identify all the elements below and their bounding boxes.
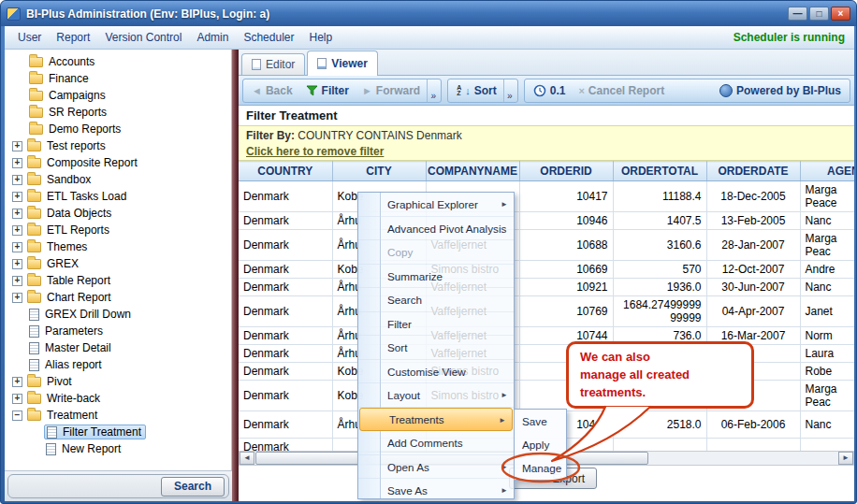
menu-item-customise-view[interactable]: Customise View	[358, 360, 514, 384]
sidebar-item-data-objects[interactable]: +Data Objects	[5, 205, 231, 222]
table-cell[interactable]: Marga Peac	[800, 381, 854, 411]
sidebar-item-demo-reports[interactable]: Demo Reports	[5, 121, 231, 137]
sidebar-item-alias-report[interactable]: Alias report	[5, 356, 231, 373]
search-button[interactable]: Search	[161, 477, 225, 497]
filter-button[interactable]: Filter	[299, 82, 356, 99]
table-cell[interactable]: 1407.5	[613, 212, 706, 230]
sidebar-item-pivot[interactable]: +Pivot	[5, 373, 231, 390]
expand-icon[interactable]: +	[12, 175, 22, 185]
menu-user[interactable]: User	[10, 28, 49, 47]
table-cell[interactable]: Denmark	[239, 230, 332, 261]
table-cell[interactable]: 3160.6	[613, 230, 706, 261]
table-cell[interactable]: 10669	[519, 261, 613, 279]
tab-editor[interactable]: Editor	[241, 53, 305, 75]
table-cell[interactable]: 1684.2749999999999	[613, 296, 706, 327]
table-cell[interactable]: 12-Oct-2007	[706, 261, 800, 279]
sidebar-item-new-report[interactable]: New Report	[5, 440, 231, 457]
collapse-icon[interactable]: −	[12, 410, 22, 421]
sidebar-item-parameters[interactable]: Parameters	[5, 323, 231, 339]
table-cell[interactable]: 06-Feb-2006	[706, 411, 800, 439]
table-cell[interactable]: 11188.4	[613, 181, 706, 212]
sidebar-item-grex[interactable]: +GREX	[5, 255, 231, 272]
expand-icon[interactable]: +	[12, 141, 22, 151]
sidebar-item-campaigns[interactable]: Campaigns	[5, 87, 231, 104]
table-cell[interactable]	[613, 439, 706, 452]
submenu-item-apply[interactable]: Apply	[515, 433, 566, 456]
table-cell[interactable]: Nanc	[800, 411, 854, 439]
table-cell[interactable]: Norm	[800, 327, 854, 345]
table-cell[interactable]: 04-Apr-2007	[706, 296, 800, 327]
expand-icon[interactable]: +	[12, 377, 22, 387]
remove-filter-link[interactable]: Click here to remove filter	[246, 144, 384, 160]
column-header-orderid[interactable]: ORDERID	[519, 162, 613, 181]
menu-report[interactable]: Report	[49, 28, 97, 47]
table-cell[interactable]: Denmark	[239, 212, 332, 230]
table-cell[interactable]: Laura	[800, 345, 854, 363]
maximize-button[interactable]: □	[809, 7, 829, 21]
expand-icon[interactable]: +	[12, 209, 22, 219]
column-header-city[interactable]: CITY	[332, 162, 426, 181]
menu-item-layout[interactable]: Layout►	[358, 383, 514, 408]
menu-item-search[interactable]: Search	[358, 288, 514, 312]
toolbar-overflow-chevron[interactable]: »	[427, 79, 439, 102]
column-header-ordertotal[interactable]: ORDERTOTAL	[613, 162, 706, 181]
sidebar-item-etl-reports[interactable]: +ETL Reports	[5, 222, 231, 238]
minimize-button[interactable]: —	[788, 7, 807, 21]
close-button[interactable]: ×	[831, 7, 850, 21]
table-cell[interactable]: Denmark	[239, 279, 332, 296]
sidebar-item-filter-treatment[interactable]: Filter Treatment	[5, 424, 231, 440]
expand-icon[interactable]: +	[12, 242, 22, 252]
table-cell[interactable]: Denmark	[239, 411, 332, 439]
sidebar-item-themes[interactable]: +Themes	[5, 238, 231, 255]
table-cell[interactable]: 10769	[519, 296, 613, 327]
table-cell[interactable]: 2518.0	[613, 411, 706, 439]
scroll-right-button[interactable]: ►	[838, 452, 853, 465]
menu-item-summarize[interactable]: Summarize	[358, 265, 514, 289]
sidebar-item-chart-report[interactable]: +Chart Report	[5, 289, 231, 306]
table-cell[interactable]: Marga Peace	[800, 181, 854, 212]
table-cell[interactable]: Denmark	[239, 296, 332, 327]
table-cell[interactable]: Denmark	[239, 381, 332, 411]
toolbar-overflow-chevron[interactable]: »	[503, 79, 516, 102]
expand-icon[interactable]: +	[12, 158, 22, 168]
expand-icon[interactable]: +	[12, 225, 22, 236]
scroll-left-button[interactable]: ◄	[240, 452, 254, 465]
sidebar-item-grex-drill-down[interactable]: GREX Drill Down	[5, 306, 231, 323]
sort-button[interactable]: AZ↓Sort	[450, 82, 503, 99]
sidebar-item-treatment[interactable]: −Treatment	[5, 407, 231, 424]
table-cell[interactable]: Andre	[800, 261, 854, 279]
table-cell[interactable]: Denmark	[239, 439, 332, 452]
menu-version-control[interactable]: Version Control	[97, 28, 189, 47]
submenu-item-manage[interactable]: Manage	[515, 456, 566, 480]
table-cell[interactable]: 30-Jun-2007	[706, 279, 800, 296]
table-cell[interactable]: 28-Jan-2007	[706, 230, 800, 261]
submenu-item-save[interactable]: Save	[515, 410, 566, 433]
table-cell[interactable]: Robe	[800, 363, 854, 381]
table-cell[interactable]: Nanc	[800, 212, 854, 230]
column-header-orderdate[interactable]: ORDERDATE	[706, 162, 800, 181]
column-header-companyname[interactable]: COMPANYNAME	[426, 162, 519, 181]
menu-item-advanced-pivot-analysis[interactable]: Advanced Pivot Analysis	[358, 217, 514, 241]
sidebar-item-composite-report[interactable]: +Composite Report	[5, 154, 231, 171]
table-cell[interactable]: 570	[613, 261, 706, 279]
menu-help[interactable]: Help	[301, 28, 340, 47]
sidebar-item-finance[interactable]: Finance	[5, 70, 231, 87]
table-cell[interactable]: Janet	[800, 296, 854, 327]
sidebar-item-sandbox[interactable]: +Sandbox	[5, 171, 231, 188]
table-cell[interactable]	[706, 439, 800, 452]
menu-item-treatments[interactable]: Treatments►	[359, 408, 513, 432]
sidebar-item-table-report[interactable]: +Table Report	[5, 272, 231, 289]
column-header-agent[interactable]: AGENT	[800, 162, 854, 181]
table-cell[interactable]: 10417	[519, 181, 613, 212]
menu-item-add-comments[interactable]: Add Comments	[358, 431, 514, 455]
table-cell[interactable]: 10688	[519, 230, 613, 261]
column-header-country[interactable]: COUNTRY	[239, 162, 332, 181]
sidebar-item-etl-tasks-load[interactable]: +ETL Tasks Load	[5, 188, 231, 205]
splitter-handle[interactable]	[232, 50, 239, 501]
expand-icon[interactable]: +	[12, 394, 22, 404]
expand-icon[interactable]: +	[12, 192, 22, 202]
table-cell[interactable]: 1936.0	[613, 279, 706, 296]
table-cell[interactable]: Nanc	[800, 279, 854, 296]
sidebar-item-sr-reports[interactable]: SR Reports	[5, 104, 231, 121]
expand-icon[interactable]: +	[12, 293, 22, 303]
